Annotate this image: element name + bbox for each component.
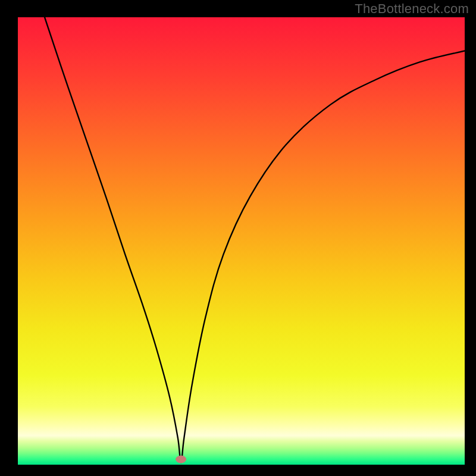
- watermark-text: TheBottleneck.com: [355, 1, 469, 17]
- optimum-marker: [176, 455, 186, 463]
- plot-background: [18, 17, 465, 465]
- bottleneck-chart: [0, 0, 476, 476]
- chart-frame: TheBottleneck.com: [0, 0, 476, 476]
